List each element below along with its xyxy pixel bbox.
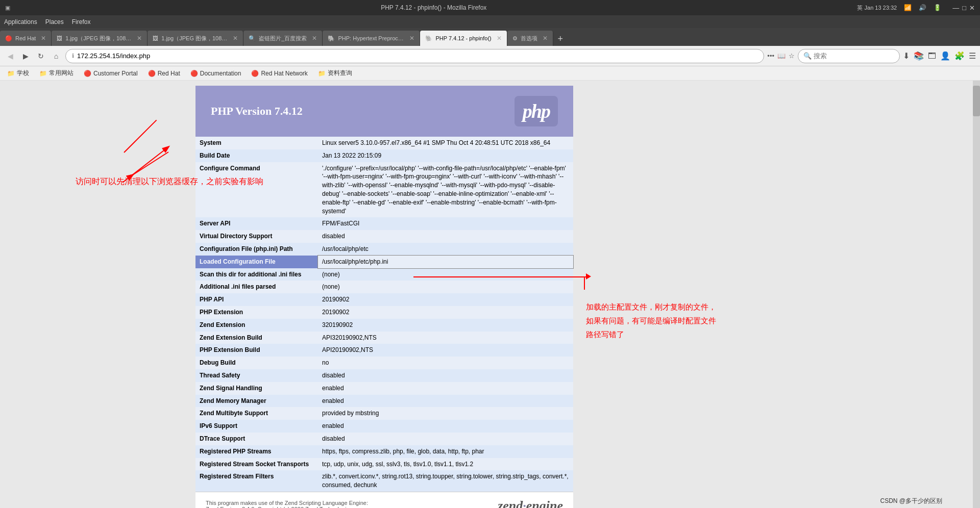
phpinfo-table: SystemLinux server5 3.10.0-957.el7.x86_6…: [195, 137, 573, 492]
folder-icon-common: 📁: [39, 70, 47, 77]
url-input[interactable]: [77, 52, 757, 60]
tab-close-redhat[interactable]: ✕: [41, 35, 46, 42]
phpinfo-value: disabled: [318, 433, 573, 445]
folder-icon-school: 📁: [7, 70, 15, 77]
phpinfo-row: Zend Memory Managerenabled: [195, 395, 573, 408]
back-button[interactable]: ◀: [4, 50, 16, 62]
phpinfo-row: Configure Command'./configure' '--prefix…: [195, 162, 573, 218]
forward-button[interactable]: ▶: [19, 50, 32, 62]
tab-favicon-redhat: 🔴: [5, 35, 12, 42]
url-bar[interactable]: ℹ: [65, 49, 764, 63]
container-icon[interactable]: 🗔: [928, 52, 936, 61]
tab-close-img1[interactable]: ✕: [137, 35, 142, 42]
bookmark-label-rhn: Red Hat Network: [261, 70, 307, 77]
phpinfo-value: enabled: [318, 420, 573, 433]
zend-logo: zend·engine: [498, 498, 563, 508]
zend-text1: This program makes use of the Zend Scrip…: [206, 500, 368, 506]
tab-label-phpinfo: PHP 7.4.12 - phpinfo(): [435, 35, 491, 41]
reload-button[interactable]: ↻: [35, 50, 47, 62]
page-content[interactable]: PHP Version 7.4.12 php SystemLinux serve…: [0, 81, 973, 508]
search-icon: 🔍: [803, 52, 812, 60]
phpinfo-key: Registered Stream Socket Transports: [195, 458, 318, 471]
tab-label-php-hypertext: PHP: Hypertext Preproce…: [338, 35, 404, 41]
phpinfo-key: Zend Extension: [195, 319, 318, 332]
bookmark-customer-portal[interactable]: 🔴 Customer Portal: [81, 69, 141, 78]
os-info: 英 Jan 13 23:32: [857, 4, 897, 12]
tab-img2[interactable]: 🖼 1.jpg（JPEG 图像，1080x23… ✕: [148, 31, 243, 46]
phpinfo-row: Virtual Directory Supportdisabled: [195, 230, 573, 243]
phpinfo-row: SystemLinux server5 3.10.0-957.el7.x86_6…: [195, 137, 573, 149]
search-input[interactable]: [814, 52, 899, 60]
phpinfo-key: Virtual Directory Support: [195, 230, 318, 243]
tab-baidu[interactable]: 🔍 盗链图片_百度搜索 ✕: [243, 31, 323, 46]
bookmark-documentation[interactable]: 🔴 Documentation: [187, 69, 244, 78]
menu-firefox[interactable]: Firefox: [72, 18, 91, 26]
tab-php-hypertext[interactable]: 🐘 PHP: Hypertext Preproce… ✕: [323, 31, 420, 46]
bookmark-common[interactable]: 📁 常用网站: [36, 68, 77, 79]
phpinfo-value: provided by mbstring: [318, 407, 573, 420]
home-button[interactable]: ⌂: [50, 50, 62, 62]
menu-applications[interactable]: Applications: [4, 18, 37, 26]
tab-close-img2[interactable]: ✕: [233, 35, 238, 42]
phpinfo-key: Additional .ini files parsed: [195, 281, 318, 293]
bookmark-label-customer-portal: Customer Portal: [93, 70, 138, 77]
user-icon[interactable]: 👤: [940, 51, 950, 61]
more-options-icon[interactable]: •••: [767, 52, 774, 60]
tab-favicon-baidu: 🔍: [249, 35, 256, 42]
search-bar[interactable]: 🔍: [798, 49, 900, 63]
zend-footer-text: This program makes use of the Zend Scrip…: [206, 500, 368, 508]
menu-icon[interactable]: ☰: [969, 51, 976, 61]
download-icon[interactable]: ⬇: [903, 51, 910, 61]
bookmark-data-query[interactable]: 📁 资料查询: [315, 68, 355, 79]
phpinfo-value: API320190902,NTS: [318, 332, 573, 344]
tab-close-baidu[interactable]: ✕: [312, 35, 317, 42]
phpinfo-key: Debug Build: [195, 357, 318, 369]
bookmark-rhn[interactable]: 🔴 Red Hat Network: [248, 69, 310, 78]
tab-redhat[interactable]: 🔴 Red Hat ✕: [0, 31, 52, 46]
phpinfo-value: './configure' '--prefix=/usr/local/php' …: [318, 162, 573, 218]
tab-close-settings[interactable]: ✕: [543, 35, 548, 42]
phpinfo-key: Scan this dir for additional .ini files: [195, 268, 318, 281]
bookmark-school[interactable]: 📁 学校: [4, 68, 32, 79]
phpinfo-value: FPM/FastCGI: [318, 217, 573, 230]
synced-tabs-icon[interactable]: 📚: [914, 51, 924, 61]
phpinfo-value: enabled: [318, 395, 573, 408]
menu-places[interactable]: Places: [45, 18, 64, 26]
tab-close-php-hypertext[interactable]: ✕: [409, 35, 414, 42]
maximize-button[interactable]: □: [962, 4, 966, 12]
tab-img1[interactable]: 🖼 1.jpg（JPEG 图像，1080x23… ✕: [52, 31, 148, 46]
tab-label-redhat: Red Hat: [15, 35, 36, 41]
scrollbar[interactable]: [973, 81, 980, 508]
phpinfo-key: Thread Safety: [195, 369, 318, 382]
titlebar-right: 英 Jan 13 23:32 📶 🔊 🔋 — □ ✕: [857, 4, 975, 12]
bookmark-icon[interactable]: ☆: [789, 52, 795, 60]
close-button[interactable]: ✕: [969, 4, 975, 12]
phpinfo-row: Additional .ini files parsed(none): [195, 281, 573, 293]
bookmark-redhat[interactable]: 🔴 Red Hat: [145, 69, 183, 78]
phpinfo-key: PHP Extension Build: [195, 344, 318, 357]
phpinfo-key: Configuration File (php.ini) Path: [195, 243, 318, 256]
tab-close-phpinfo[interactable]: ✕: [497, 35, 502, 42]
phpinfo-key: Zend Multibyte Support: [195, 407, 318, 420]
reading-list-icon[interactable]: 📖: [777, 52, 786, 60]
phpinfo-row: Zend Multibyte Supportprovided by mbstri…: [195, 407, 573, 420]
scrollbar-thumb[interactable]: [973, 86, 980, 116]
wifi-icon: 📶: [904, 4, 912, 11]
phpinfo-key: Zend Extension Build: [195, 332, 318, 344]
phpinfo-value: 20190902: [318, 293, 573, 306]
extensions-icon[interactable]: 🧩: [954, 51, 965, 61]
phpinfo-key: Zend Signal Handling: [195, 382, 318, 395]
minimize-button[interactable]: —: [952, 4, 959, 12]
phpinfo-row: Configuration File (php.ini) Path/usr/lo…: [195, 243, 573, 256]
phpinfo-row: IPv6 Supportenabled: [195, 420, 573, 433]
phpinfo-row: Server APIFPM/FastCGI: [195, 217, 573, 230]
tab-phpinfo[interactable]: 🐘 PHP 7.4.12 - phpinfo() ✕: [420, 31, 507, 46]
tab-settings[interactable]: ⚙ 首选项 ✕: [507, 31, 553, 46]
phpinfo-row: Registered Stream Filterszlib.*, convert…: [195, 470, 573, 492]
phpinfo-key: IPv6 Support: [195, 420, 318, 433]
tab-favicon-php-hypertext: 🐘: [328, 35, 335, 42]
new-tab-button[interactable]: +: [553, 32, 568, 46]
redhat-icon-rhn: 🔴: [251, 70, 259, 77]
phpinfo-container: PHP Version 7.4.12 php SystemLinux serve…: [195, 86, 573, 508]
phpinfo-value: zlib.*, convert.iconv.*, string.rot13, s…: [318, 470, 573, 492]
